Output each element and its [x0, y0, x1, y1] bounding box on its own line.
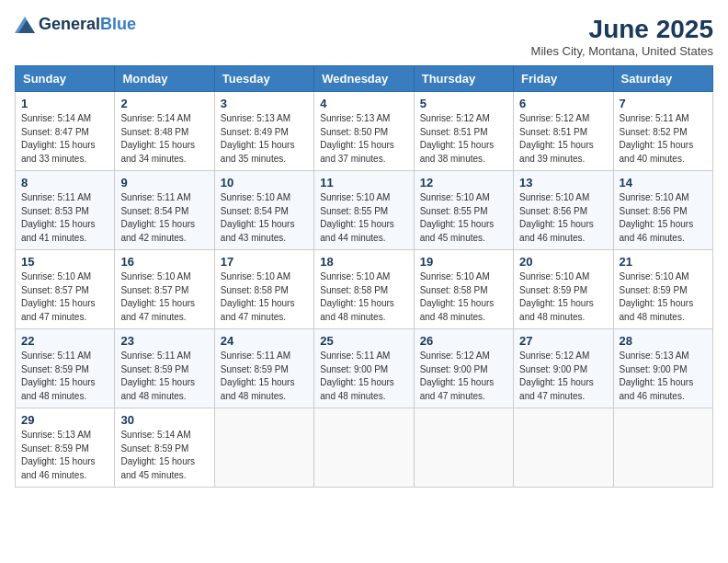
calendar-cell: 19Sunrise: 5:10 AMSunset: 8:58 PMDayligh… [414, 250, 513, 329]
calendar-week-3: 15Sunrise: 5:10 AMSunset: 8:57 PMDayligh… [16, 250, 713, 329]
cell-info: Sunrise: 5:10 AMSunset: 8:55 PMDaylight:… [420, 191, 507, 245]
day-number: 13 [519, 176, 607, 190]
calendar-cell [314, 408, 414, 488]
calendar-cell: 4Sunrise: 5:13 AMSunset: 8:50 PMDaylight… [314, 92, 414, 171]
weekday-header-row: SundayMondayTuesdayWednesdayThursdayFrid… [16, 66, 713, 92]
calendar-week-1: 1Sunrise: 5:14 AMSunset: 8:47 PMDaylight… [16, 92, 713, 171]
logo: GeneralBlue [15, 15, 136, 34]
calendar-cell: 9Sunrise: 5:11 AMSunset: 8:54 PMDaylight… [115, 171, 214, 250]
day-number: 3 [221, 97, 308, 110]
day-number: 20 [519, 255, 607, 269]
day-number: 26 [420, 334, 507, 348]
calendar-cell: 5Sunrise: 5:12 AMSunset: 8:51 PMDaylight… [414, 92, 513, 171]
calendar: SundayMondayTuesdayWednesdayThursdayFrid… [15, 65, 713, 488]
calendar-cell: 2Sunrise: 5:14 AMSunset: 8:48 PMDaylight… [115, 92, 214, 171]
day-number: 15 [21, 255, 108, 269]
cell-info: Sunrise: 5:10 AMSunset: 8:55 PMDaylight:… [320, 191, 407, 245]
day-number: 11 [320, 176, 407, 190]
logo-blue-text: Blue [100, 15, 136, 33]
cell-info: Sunrise: 5:10 AMSunset: 8:56 PMDaylight:… [519, 191, 607, 245]
calendar-cell [613, 408, 712, 488]
day-number: 22 [21, 334, 108, 348]
day-number: 16 [120, 255, 208, 269]
day-number: 9 [120, 176, 208, 190]
day-number: 10 [221, 176, 308, 190]
day-number: 1 [21, 97, 108, 110]
cell-info: Sunrise: 5:13 AMSunset: 8:50 PMDaylight:… [320, 112, 407, 166]
calendar-cell: 17Sunrise: 5:10 AMSunset: 8:58 PMDayligh… [214, 250, 313, 329]
weekday-header-tuesday: Tuesday [214, 66, 313, 92]
cell-info: Sunrise: 5:12 AMSunset: 8:51 PMDaylight:… [519, 112, 607, 166]
cell-info: Sunrise: 5:11 AMSunset: 8:59 PMDaylight:… [221, 350, 308, 403]
day-number: 28 [620, 334, 707, 348]
cell-info: Sunrise: 5:11 AMSunset: 9:00 PMDaylight:… [320, 350, 407, 403]
calendar-cell: 22Sunrise: 5:11 AMSunset: 8:59 PMDayligh… [16, 329, 115, 408]
day-number: 19 [420, 255, 507, 269]
day-number: 7 [620, 97, 707, 110]
calendar-cell: 23Sunrise: 5:11 AMSunset: 8:59 PMDayligh… [115, 329, 214, 408]
day-number: 30 [120, 413, 208, 427]
calendar-cell: 29Sunrise: 5:13 AMSunset: 8:59 PMDayligh… [16, 408, 115, 488]
cell-info: Sunrise: 5:10 AMSunset: 8:57 PMDaylight:… [120, 270, 208, 324]
calendar-cell: 24Sunrise: 5:11 AMSunset: 8:59 PMDayligh… [214, 329, 313, 408]
calendar-cell: 10Sunrise: 5:10 AMSunset: 8:54 PMDayligh… [214, 171, 313, 250]
calendar-cell: 13Sunrise: 5:10 AMSunset: 8:56 PMDayligh… [514, 171, 613, 250]
calendar-cell [414, 408, 513, 488]
calendar-cell: 12Sunrise: 5:10 AMSunset: 8:55 PMDayligh… [414, 171, 513, 250]
cell-info: Sunrise: 5:10 AMSunset: 8:58 PMDaylight:… [420, 270, 507, 324]
cell-info: Sunrise: 5:11 AMSunset: 8:59 PMDaylight:… [120, 350, 208, 403]
day-number: 8 [21, 176, 108, 190]
day-number: 2 [120, 97, 208, 110]
calendar-cell: 6Sunrise: 5:12 AMSunset: 8:51 PMDaylight… [514, 92, 613, 171]
day-number: 18 [320, 255, 407, 269]
calendar-cell: 30Sunrise: 5:14 AMSunset: 8:59 PMDayligh… [115, 408, 214, 488]
weekday-header-saturday: Saturday [613, 66, 712, 92]
day-number: 12 [420, 176, 507, 190]
day-number: 25 [320, 334, 407, 348]
calendar-cell: 26Sunrise: 5:12 AMSunset: 9:00 PMDayligh… [414, 329, 513, 408]
day-number: 4 [320, 97, 407, 110]
cell-info: Sunrise: 5:10 AMSunset: 8:56 PMDaylight:… [620, 191, 707, 245]
calendar-cell: 7Sunrise: 5:11 AMSunset: 8:52 PMDaylight… [613, 92, 712, 171]
weekday-header-monday: Monday [115, 66, 214, 92]
cell-info: Sunrise: 5:12 AMSunset: 9:00 PMDaylight:… [420, 350, 507, 403]
cell-info: Sunrise: 5:13 AMSunset: 8:59 PMDaylight:… [21, 429, 108, 482]
cell-info: Sunrise: 5:14 AMSunset: 8:59 PMDaylight:… [120, 429, 208, 482]
calendar-cell: 8Sunrise: 5:11 AMSunset: 8:53 PMDaylight… [16, 171, 115, 250]
title-area: June 2025 Miles City, Montana, United St… [531, 15, 713, 58]
weekday-header-thursday: Thursday [414, 66, 513, 92]
cell-info: Sunrise: 5:11 AMSunset: 8:53 PMDaylight:… [21, 191, 108, 245]
calendar-cell: 27Sunrise: 5:12 AMSunset: 9:00 PMDayligh… [514, 329, 613, 408]
header: GeneralBlue June 2025 Miles City, Montan… [15, 15, 713, 58]
calendar-cell: 15Sunrise: 5:10 AMSunset: 8:57 PMDayligh… [16, 250, 115, 329]
cell-info: Sunrise: 5:11 AMSunset: 8:54 PMDaylight:… [120, 191, 208, 245]
calendar-cell: 20Sunrise: 5:10 AMSunset: 8:59 PMDayligh… [514, 250, 613, 329]
calendar-cell: 14Sunrise: 5:10 AMSunset: 8:56 PMDayligh… [613, 171, 712, 250]
day-number: 14 [620, 176, 707, 190]
calendar-cell: 16Sunrise: 5:10 AMSunset: 8:57 PMDayligh… [115, 250, 214, 329]
cell-info: Sunrise: 5:12 AMSunset: 8:51 PMDaylight:… [420, 112, 507, 166]
cell-info: Sunrise: 5:10 AMSunset: 8:57 PMDaylight:… [21, 270, 108, 324]
cell-info: Sunrise: 5:13 AMSunset: 8:49 PMDaylight:… [221, 112, 308, 166]
day-number: 6 [519, 97, 607, 110]
location: Miles City, Montana, United States [531, 44, 713, 58]
cell-info: Sunrise: 5:10 AMSunset: 8:54 PMDaylight:… [221, 191, 308, 245]
cell-info: Sunrise: 5:10 AMSunset: 8:59 PMDaylight:… [620, 270, 707, 324]
cell-info: Sunrise: 5:10 AMSunset: 8:58 PMDaylight:… [320, 270, 407, 324]
cell-info: Sunrise: 5:10 AMSunset: 8:59 PMDaylight:… [519, 270, 607, 324]
calendar-cell: 1Sunrise: 5:14 AMSunset: 8:47 PMDaylight… [16, 92, 115, 171]
calendar-cell [214, 408, 313, 488]
day-number: 21 [620, 255, 707, 269]
calendar-cell: 18Sunrise: 5:10 AMSunset: 8:58 PMDayligh… [314, 250, 414, 329]
weekday-header-sunday: Sunday [16, 66, 115, 92]
calendar-cell: 21Sunrise: 5:10 AMSunset: 8:59 PMDayligh… [613, 250, 712, 329]
weekday-header-friday: Friday [514, 66, 613, 92]
cell-info: Sunrise: 5:12 AMSunset: 9:00 PMDaylight:… [519, 350, 607, 403]
weekday-header-wednesday: Wednesday [314, 66, 414, 92]
cell-info: Sunrise: 5:11 AMSunset: 8:52 PMDaylight:… [620, 112, 707, 166]
month-title: June 2025 [531, 15, 713, 44]
day-number: 5 [420, 97, 507, 110]
cell-info: Sunrise: 5:11 AMSunset: 8:59 PMDaylight:… [21, 350, 108, 403]
day-number: 17 [221, 255, 308, 269]
day-number: 23 [120, 334, 208, 348]
